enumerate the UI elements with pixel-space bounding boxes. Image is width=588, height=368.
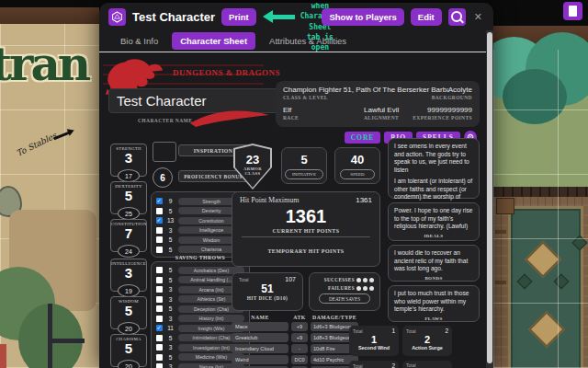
ability-modifier: 5 bbox=[111, 189, 146, 203]
action-value: 1 bbox=[353, 334, 395, 345]
save-checkbox[interactable] bbox=[156, 198, 163, 204]
print-button[interactable]: Print bbox=[221, 8, 256, 26]
save-value: 13 bbox=[165, 217, 175, 224]
background-map-right bbox=[493, 0, 588, 368]
action-total: 2 bbox=[445, 328, 448, 334]
save-checkbox[interactable] bbox=[156, 236, 163, 243]
bonds-panel[interactable]: I would die to recover an ancient relic … bbox=[388, 245, 480, 282]
bonds-label: BONDS bbox=[394, 276, 473, 281]
ideals-panel[interactable]: Power. I hope to one day rise to the top… bbox=[388, 202, 480, 241]
ability-score: 20 bbox=[118, 322, 140, 335]
map-building-wall bbox=[48, 304, 52, 368]
left-arrow-icon bbox=[263, 10, 295, 23]
personality-traits-panel[interactable]: I see omens in every event and action. T… bbox=[388, 138, 480, 199]
character-name-label: CHARACTER NAME bbox=[138, 118, 192, 123]
document-icon bbox=[569, 6, 577, 17]
attacks-header-atk: ATK bbox=[291, 315, 308, 320]
death-save-dot[interactable] bbox=[369, 286, 374, 291]
death-save-dot[interactable] bbox=[356, 278, 361, 282]
skill-checkbox[interactable] bbox=[156, 344, 163, 351]
skill-checkbox[interactable] bbox=[156, 363, 163, 368]
hp-temp-label: TEMPORARY HIT POINTS bbox=[232, 248, 379, 254]
class-level-label: CLASS & LEVEL bbox=[283, 95, 432, 100]
save-checkbox[interactable] bbox=[156, 217, 163, 224]
ability-intelligence[interactable]: Intelligence 3 19 bbox=[110, 259, 147, 292]
hit-dice-total-label: Total bbox=[239, 277, 249, 282]
inspiration-label: INSPIRATION bbox=[194, 148, 233, 154]
ability-dexterity[interactable]: Dexterity 5 25 bbox=[110, 181, 147, 214]
inspiration-box[interactable] bbox=[153, 142, 176, 162]
action-partial-1[interactable]: Total 2 bbox=[349, 361, 399, 368]
show-to-players-button[interactable]: Show to Players bbox=[322, 8, 403, 26]
document-button[interactable] bbox=[563, 2, 582, 20]
action-total: 2 bbox=[391, 362, 395, 368]
death-save-dot[interactable] bbox=[363, 286, 368, 291]
action-partial-2[interactable]: Total bbox=[402, 361, 452, 368]
death-save-dot[interactable] bbox=[363, 278, 368, 282]
action-second-wind[interactable]: Total 1 1 Second Wind bbox=[349, 326, 399, 356]
edit-button[interactable]: Edit bbox=[411, 8, 442, 26]
tab-character-sheet[interactable]: Character Sheet bbox=[172, 32, 255, 50]
tab-attributes-abilities[interactable]: Attributes & Abilities bbox=[261, 32, 355, 50]
skill-row-acrobatics[interactable]: 5 Acrobatics (Dex) bbox=[156, 266, 244, 274]
hit-points-panel[interactable]: Hit Point Maximum 1361 1361 CURRENT HIT … bbox=[232, 191, 380, 267]
skill-checkbox[interactable] bbox=[156, 286, 163, 293]
skill-checkbox[interactable] bbox=[156, 354, 163, 361]
death-successes-label: SUCCESSES bbox=[324, 277, 355, 282]
speed-box[interactable]: 40 SPEED bbox=[334, 147, 380, 184]
ability-constitution[interactable]: Constitution 7 24 bbox=[110, 219, 147, 252]
close-icon[interactable]: ✕ bbox=[472, 11, 484, 23]
armor-class-shield[interactable]: 23 ARMOR CLASS bbox=[233, 144, 272, 190]
skill-value: 5 bbox=[165, 354, 175, 361]
skill-checkbox[interactable] bbox=[156, 267, 163, 273]
speed-value: 40 bbox=[335, 153, 379, 167]
skill-checkbox[interactable] bbox=[156, 296, 163, 303]
red-swoosh bbox=[187, 107, 272, 129]
tab-bio-info[interactable]: Bio & Info bbox=[112, 32, 166, 50]
ideals-text: Power. I hope to one day rise to the top… bbox=[394, 207, 473, 231]
ability-modifier: 5 bbox=[111, 304, 146, 318]
ability-wisdom[interactable]: Wisdom 5 20 bbox=[110, 296, 147, 329]
attack-name[interactable]: Mace bbox=[232, 322, 288, 331]
attack-name[interactable]: Greatclub bbox=[232, 333, 288, 342]
modal-header: Test Character Print Button appears when… bbox=[99, 3, 493, 30]
skill-checkbox[interactable] bbox=[156, 335, 163, 341]
ability-strength[interactable]: Strength 3 17 bbox=[110, 144, 147, 177]
d20-die-icon bbox=[111, 11, 123, 23]
initiative-box[interactable]: 5 INITIATIVE bbox=[281, 147, 327, 184]
skill-checkbox[interactable] bbox=[156, 277, 163, 283]
search-button[interactable] bbox=[448, 8, 466, 26]
ability-charisma[interactable]: Charisma 5 20 bbox=[110, 334, 147, 367]
hp-max-label: Hit Point Maximum bbox=[240, 196, 299, 204]
flaws-panel[interactable]: I put too much trust in those who wield … bbox=[388, 285, 480, 322]
search-icon bbox=[451, 11, 462, 22]
save-checkbox[interactable] bbox=[156, 208, 163, 214]
attacks-header-damage: DAMAGE/TYPE bbox=[311, 315, 358, 320]
action-action-surge[interactable]: Total 2 2 Action Surge bbox=[402, 326, 452, 356]
save-checkbox[interactable] bbox=[156, 227, 163, 234]
action-total-label: Total bbox=[406, 362, 416, 368]
hp-max-value: 1361 bbox=[356, 196, 372, 204]
death-save-dot[interactable] bbox=[369, 278, 374, 282]
attack-name[interactable]: Weird bbox=[232, 355, 288, 364]
attack-bonus: +9 bbox=[291, 333, 308, 342]
skill-checkbox[interactable] bbox=[156, 325, 163, 331]
save-value: 3 bbox=[165, 227, 175, 234]
ideals-label: IDEALS bbox=[394, 234, 473, 238]
scrollbar-thumb[interactable] bbox=[487, 32, 492, 363]
death-saves-box[interactable]: SUCCESSES FAILURES DEATH SAVES bbox=[309, 272, 380, 311]
hit-dice-box[interactable]: Total 107 51 HIT DICE (D10) bbox=[232, 272, 303, 311]
skill-checkbox[interactable] bbox=[156, 316, 163, 322]
nav-core[interactable]: CORE bbox=[345, 132, 381, 144]
speed-label: SPEED bbox=[340, 169, 375, 179]
save-checkbox[interactable] bbox=[156, 247, 163, 253]
skill-checkbox[interactable] bbox=[156, 305, 163, 312]
death-save-dot[interactable] bbox=[356, 286, 361, 291]
skill-value: 5 bbox=[165, 277, 175, 283]
ability-score: 24 bbox=[118, 245, 140, 258]
character-dice-button[interactable] bbox=[108, 8, 126, 26]
attack-name[interactable]: Incendiary Cloud bbox=[232, 344, 288, 353]
proficiency-label: PROFICIENCY BONUS bbox=[184, 174, 243, 179]
map-title-text: tran bbox=[0, 37, 88, 91]
ability-score: 19 bbox=[118, 284, 140, 297]
